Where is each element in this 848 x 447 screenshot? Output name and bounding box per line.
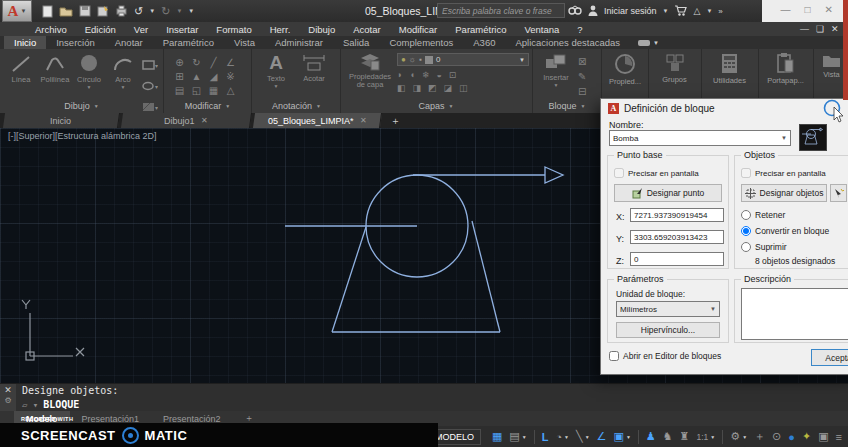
save-icon[interactable] (79, 5, 91, 17)
toolbar-overflow-icon[interactable]: » (718, 7, 722, 16)
print-icon[interactable] (115, 5, 128, 17)
redo-icon[interactable]: ↻ (161, 5, 170, 18)
layer-lockfade-icon[interactable]: ◫ (459, 83, 468, 93)
panel-label-bloque[interactable]: Bloque▼ (534, 99, 600, 112)
grid-display-icon[interactable]: ▦ (492, 430, 502, 443)
layer-isolate-icon[interactable]: ◗ (397, 70, 402, 80)
file-tab-inicio[interactable]: Inicio (3, 113, 120, 128)
ortho-mode-icon[interactable]: L (542, 431, 549, 443)
tab-close-icon[interactable]: ✕ (201, 116, 208, 125)
panel-label-anotacion[interactable]: Anotación▼ (253, 99, 340, 112)
annotation-visibility-icon[interactable]: ♟ (646, 430, 656, 443)
rotate-icon[interactable]: ↻ (192, 57, 200, 68)
designar-punto-button[interactable]: Designar punto (614, 184, 722, 202)
block-attributes-icon[interactable]: ⊟ (578, 86, 586, 97)
panel-label-dibujo[interactable]: Dibujo▼ (0, 99, 163, 112)
retener-radio[interactable] (741, 210, 751, 220)
array-icon[interactable]: ▦ (209, 85, 218, 96)
annotation-scale-icon[interactable]: ♜ (680, 430, 690, 443)
annotation-monitor-icon[interactable]: ＋ (754, 429, 765, 444)
minimize-icon[interactable]: — (781, 4, 791, 15)
menu-modificar[interactable]: Modificar (390, 24, 447, 35)
arco-dropdown-icon[interactable]: ▼ (121, 84, 126, 90)
block-name-combobox[interactable]: Bomba▼ (609, 130, 791, 146)
z-coordinate-field[interactable]: 0 (630, 252, 724, 266)
undo-icon[interactable]: ↺ (134, 5, 143, 18)
ribbon-tab-insercion[interactable]: Inserción (46, 36, 105, 49)
close-icon[interactable]: ✕ (825, 4, 833, 15)
fillet-icon[interactable]: ◢ (210, 71, 218, 82)
abrir-editor-checkbox[interactable] (609, 351, 619, 361)
layer-dropdown[interactable]: ● ☼ ▪ 0 ▼ (397, 53, 529, 66)
ellipse-tool-icon[interactable]: ▾ (142, 77, 158, 95)
ribbon-tab-parametrico[interactable]: Paramétrico (153, 36, 224, 49)
snap-mode-icon[interactable]: ▤▼ (509, 430, 526, 443)
a360-dropdown-icon[interactable]: ▼ (706, 8, 712, 14)
qat-customize-icon[interactable]: ▼ (188, 8, 194, 14)
objetos-precisar-checkbox[interactable] (741, 168, 751, 178)
menu-formato[interactable]: Formato (207, 24, 260, 35)
block-unit-select[interactable]: Milímetros▼ (616, 301, 720, 317)
menu-insertar[interactable]: Insertar (157, 24, 207, 35)
create-block-icon[interactable]: ⊠ (578, 56, 586, 67)
quick-select-button[interactable] (830, 184, 847, 202)
circulo-dropdown-icon[interactable]: ▼ (87, 84, 92, 90)
clean-screen-icon[interactable]: ▣ (818, 430, 828, 443)
new-file-icon[interactable] (42, 5, 53, 18)
menu-dibujo[interactable]: Dibujo (299, 24, 344, 35)
undo-dropdown-icon[interactable]: ▼ (149, 8, 155, 14)
layer-thaw-icon[interactable]: ◪ (444, 83, 453, 93)
layer-unisolate-icon[interactable]: ◖ (409, 70, 414, 80)
stretch-icon[interactable]: ▤ (175, 85, 184, 96)
file-tab-dibujo1[interactable]: Dibujo1✕ (121, 113, 252, 128)
scale-value[interactable]: 1:1▼ (696, 432, 715, 442)
open-folder-icon[interactable] (59, 5, 73, 17)
layer-walk-icon[interactable]: ◩ (428, 83, 437, 93)
customization-icon[interactable]: ≡ (836, 431, 842, 443)
move-icon[interactable]: ⊕ (175, 57, 183, 68)
precisar-pantalla-checkbox[interactable] (614, 168, 624, 178)
new-drawing-tab-icon[interactable]: ＋ (384, 113, 406, 128)
autocad-logo[interactable]: A▼ (2, 0, 32, 22)
featured-apps-icon[interactable]: ▼ (630, 36, 667, 49)
panel-label-modificar[interactable]: Modificar▼ (165, 99, 250, 112)
layer-dropdown-icon[interactable]: ▼ (519, 57, 525, 63)
signin-dropdown-icon[interactable]: ▼ (663, 8, 669, 14)
tool-insertar[interactable]: Insertar ▼ (538, 53, 574, 97)
polar-tracking-icon[interactable]: ◔▼ (555, 431, 569, 443)
erase-icon[interactable]: ∠ (226, 57, 235, 68)
scale-icon[interactable]: ◱ (192, 85, 201, 96)
search-binoculars-icon[interactable] (568, 2, 582, 20)
hipervinculo-button[interactable]: Hipervínculo... (616, 322, 720, 338)
tool-propiedades-capa[interactable]: Propiedades de capa (346, 53, 394, 89)
workspace-gear-icon[interactable]: ⚙▼ (730, 430, 747, 443)
search-input[interactable]: Escriba palabra clave o frase (437, 3, 565, 18)
ribbon-tab-aplicaciones[interactable]: Aplicaciones destacadas (505, 36, 630, 49)
file-tab-bloques-limpia[interactable]: 05_Bloques_LIMPIA*✕ (253, 113, 382, 128)
layer-off-icon[interactable]: ◒ (436, 70, 441, 80)
ribbon-tab-vista[interactable]: Vista (224, 36, 265, 49)
combo-dropdown-icon[interactable]: ▼ (781, 135, 787, 141)
save-as-icon[interactable] (97, 5, 109, 17)
command-prompt[interactable]: Designe objetos: (22, 385, 118, 396)
panel-label-capas[interactable]: Capas▼ (342, 99, 530, 112)
dialog-title-bar[interactable]: A Definición de bloque (601, 99, 848, 117)
cart-icon[interactable] (674, 2, 687, 20)
doc-restore-icon[interactable]: ❏ (816, 24, 824, 34)
menu-edicion[interactable]: Edición (76, 24, 125, 35)
ribbon-tab-administrar[interactable]: Administrar (265, 36, 333, 49)
suprimir-radio[interactable] (741, 242, 751, 252)
tab-close-icon[interactable]: ✕ (360, 116, 367, 125)
menu-archivo[interactable]: Archivo (26, 24, 76, 35)
osnap-tracking-icon[interactable]: ∠ (597, 430, 607, 443)
graphics-performance-icon[interactable]: ● (788, 431, 795, 443)
copy-icon[interactable]: ⊞ (175, 71, 183, 82)
close-commandline-icon[interactable]: ✕ (4, 385, 12, 395)
explode-icon[interactable]: ※ (226, 71, 234, 82)
menu-herramientas[interactable]: Herr. (261, 24, 300, 35)
isodraft-icon[interactable]: ╲▼ (576, 430, 590, 443)
ribbon-tab-inicio[interactable]: Inicio (4, 36, 46, 49)
autodesk-apps-icon[interactable]: ✦ (802, 430, 811, 443)
mirror-icon[interactable]: ▲ (192, 71, 202, 82)
rectangle-tool-icon[interactable]: ▾ (142, 56, 158, 74)
